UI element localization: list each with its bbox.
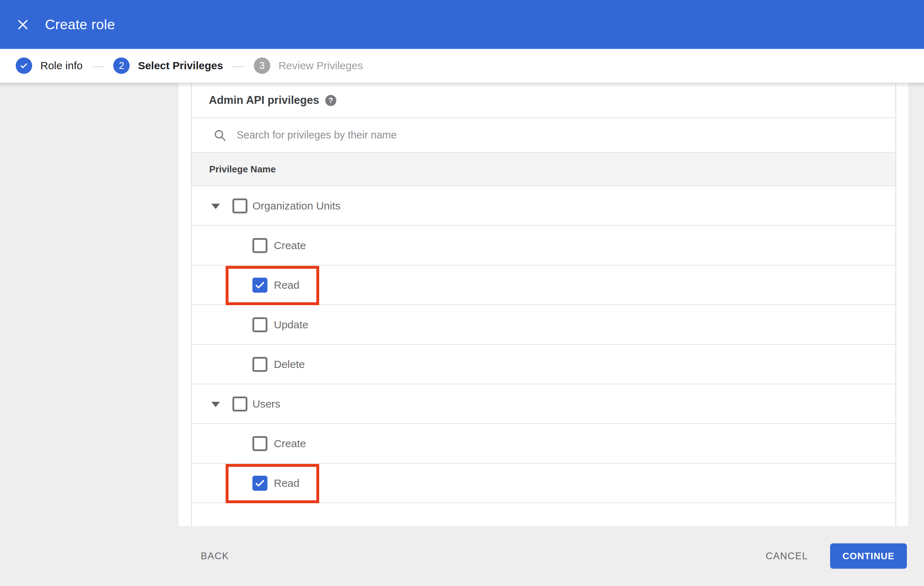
help-icon[interactable]: ?: [325, 95, 336, 106]
privilege-name-column-header: Privilege Name: [209, 164, 276, 175]
privilege-checkbox[interactable]: [233, 198, 248, 213]
checkmark-icon: [254, 280, 266, 291]
privilege-checkbox[interactable]: [252, 317, 267, 332]
highlight-annotation-box: [226, 266, 319, 305]
privilege-label: Update: [274, 319, 309, 331]
privilege-checkbox[interactable]: [252, 357, 267, 372]
step-review-privileges[interactable]: 3 Review Privileges: [254, 58, 363, 74]
table-row: Delete: [192, 345, 896, 384]
section-heading-row: Admin API privileges ?: [192, 83, 896, 118]
table-row: Update: [192, 305, 896, 345]
privilege-label: Users: [252, 398, 280, 410]
step-label: Select Privileges: [138, 59, 223, 72]
table-header-row: Privilege Name: [192, 153, 896, 186]
privilege-rows: Organization Units Create Read Update: [192, 186, 896, 503]
privileges-table: Admin API privileges ? Privilege Name Or…: [191, 83, 896, 586]
step-label: Role info: [40, 59, 82, 72]
footer-actions: CANCEL CONTINUE: [766, 543, 907, 569]
privilege-label: Create: [274, 239, 306, 252]
step-role-info[interactable]: Role info: [16, 58, 82, 74]
table-row: Create: [192, 226, 896, 265]
checkmark-icon: [254, 477, 266, 489]
cancel-button[interactable]: CANCEL: [766, 551, 808, 562]
back-button[interactable]: BACK: [201, 551, 229, 562]
step-number-badge: 2: [113, 58, 130, 74]
continue-button[interactable]: CONTINUE: [830, 543, 907, 569]
table-row: Read: [192, 265, 896, 305]
search-input[interactable]: [236, 129, 736, 142]
table-row: Read: [192, 464, 896, 503]
step-connector: —: [233, 59, 244, 72]
collapse-arrow-icon[interactable]: [211, 402, 220, 407]
search-icon: [213, 128, 227, 142]
step-label: Review Privileges: [279, 59, 363, 72]
privilege-checkbox[interactable]: [252, 476, 267, 491]
stepper: Role info — 2 Select Privileges — 3 Revi…: [0, 49, 924, 83]
privileges-card: Admin API privileges ? Privilege Name Or…: [178, 83, 908, 586]
highlight-annotation-box: [226, 464, 319, 503]
privilege-label: Delete: [274, 358, 305, 370]
table-row: Create: [192, 424, 896, 464]
collapse-arrow-icon[interactable]: [211, 203, 220, 209]
table-row: Organization Units: [192, 186, 896, 226]
step-complete-check-icon: [16, 58, 32, 74]
appbar: Create role: [0, 0, 924, 49]
close-icon[interactable]: [16, 18, 30, 32]
table-row: Users: [192, 384, 896, 424]
step-select-privileges[interactable]: 2 Select Privileges: [113, 58, 223, 74]
step-connector: —: [92, 59, 104, 72]
privilege-checkbox[interactable]: [252, 278, 267, 293]
footer-bar: BACK CANCEL CONTINUE: [0, 526, 924, 586]
dialog-title: Create role: [45, 17, 115, 33]
step-number-badge: 3: [254, 58, 270, 74]
privilege-checkbox[interactable]: [233, 397, 248, 412]
privilege-label: Organization Units: [252, 200, 341, 212]
section-heading: Admin API privileges: [209, 94, 319, 107]
main-area: Admin API privileges ? Privilege Name Or…: [0, 83, 924, 586]
privilege-label: Read: [274, 279, 300, 291]
privilege-label: Create: [274, 438, 306, 450]
privilege-label: Read: [274, 477, 300, 489]
close-x-glyph: [16, 18, 29, 31]
search-row: [192, 118, 896, 153]
privilege-checkbox[interactable]: [252, 436, 267, 451]
privilege-checkbox[interactable]: [252, 238, 267, 253]
